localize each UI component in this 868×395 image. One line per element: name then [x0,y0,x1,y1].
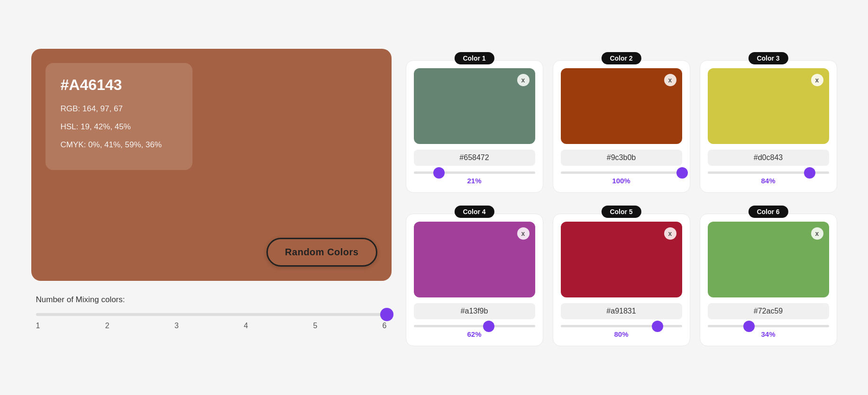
card-percent-4: 62% [467,330,481,338]
card-slider-track-5 [561,325,682,327]
card-label-4: Color 4 [454,206,494,218]
card-slider-track-4 [414,325,535,327]
card-close-6[interactable]: x [811,227,823,240]
card-slider-track-6 [708,325,829,327]
card-hex-1: #658472 [414,150,535,166]
tick-5: 5 [313,322,317,330]
color-card-1: Color 1 x #658472 21% [406,60,543,193]
random-colors-button[interactable]: Random Colors [266,238,377,267]
card-swatch-2: x [561,68,682,144]
card-slider-thumb-4[interactable] [483,321,494,332]
card-slider-row-2: 100% [561,171,682,185]
card-label-5: Color 5 [601,206,641,218]
card-swatch-1: x [414,68,535,144]
card-slider-thumb-5[interactable] [652,321,663,332]
card-hex-6: #72ac59 [708,303,829,319]
card-swatch-4: x [414,222,535,297]
tick-3: 3 [174,322,179,330]
card-hex-3: #d0c843 [708,150,829,166]
card-percent-5: 80% [614,330,628,338]
left-panel: #A46143 RGB: 164, 97, 67 HSL: 19, 42%, 4… [31,49,392,346]
card-percent-1: 21% [467,177,481,185]
mixing-slider-labels: 1 2 3 4 5 6 [36,322,387,330]
card-slider-row-4: 62% [414,325,535,338]
card-slider-track-2 [561,171,682,174]
mixing-label: Number of Mixing colors: [36,295,387,305]
color-card-3: Color 3 x #d0c843 84% [700,60,837,193]
card-close-3[interactable]: x [811,74,823,86]
mixing-slider-track [36,313,387,316]
card-swatch-5: x [561,222,682,297]
card-close-2[interactable]: x [664,74,676,86]
main-color-card: #A46143 RGB: 164, 97, 67 HSL: 19, 42%, 4… [31,49,392,281]
card-label-2: Color 2 [601,52,641,64]
color-hsl: HSL: 19, 42%, 45% [61,121,177,133]
color-card-2: Color 2 x #9c3b0b 100% [553,60,690,193]
card-slider-track-3 [708,171,829,174]
mixing-section: Number of Mixing colors: 1 2 3 4 5 6 [31,295,392,330]
card-slider-thumb-2[interactable] [676,167,688,179]
card-slider-row-3: 84% [708,171,829,185]
color-card-4: Color 4 x #a13f9b 62% [406,214,543,346]
mixing-slider-fill [36,313,387,316]
card-slider-row-6: 34% [708,325,829,338]
color-cards-grid: Color 1 x #658472 21% Color 2 x #9c3b0b [406,49,837,346]
tick-4: 4 [244,322,248,330]
color-info-box: #A46143 RGB: 164, 97, 67 HSL: 19, 42%, 4… [46,63,192,170]
color-card-5: Color 5 x #a91831 80% [553,214,690,346]
mixing-slider-thumb[interactable] [380,308,393,321]
card-slider-thumb-1[interactable] [433,167,445,179]
card-slider-row-5: 80% [561,325,682,338]
card-percent-6: 34% [761,330,775,338]
card-close-5[interactable]: x [664,227,676,240]
tick-1: 1 [36,322,40,330]
card-swatch-6: x [708,222,829,297]
card-label-6: Color 6 [748,206,788,218]
tick-6: 6 [383,322,387,330]
card-slider-thumb-3[interactable] [804,167,815,179]
card-hex-5: #a91831 [561,303,682,319]
card-hex-2: #9c3b0b [561,150,682,166]
card-close-1[interactable]: x [517,74,530,86]
mixing-slider-container [36,313,387,316]
card-slider-thumb-6[interactable] [743,321,755,332]
card-percent-3: 84% [761,177,775,185]
color-rgb: RGB: 164, 97, 67 [61,103,177,115]
color-hex: #A46143 [61,76,177,94]
card-percent-2: 100% [612,177,630,185]
app-container: #A46143 RGB: 164, 97, 67 HSL: 19, 42%, 4… [31,49,837,346]
card-label-3: Color 3 [748,52,788,64]
card-label-1: Color 1 [454,52,494,64]
card-slider-track-1 [414,171,535,174]
card-hex-4: #a13f9b [414,303,535,319]
color-cmyk: CMYK: 0%, 41%, 59%, 36% [61,139,177,151]
tick-2: 2 [105,322,110,330]
card-close-4[interactable]: x [517,227,530,240]
card-slider-row-1: 21% [414,171,535,185]
card-swatch-3: x [708,68,829,144]
color-card-6: Color 6 x #72ac59 34% [700,214,837,346]
